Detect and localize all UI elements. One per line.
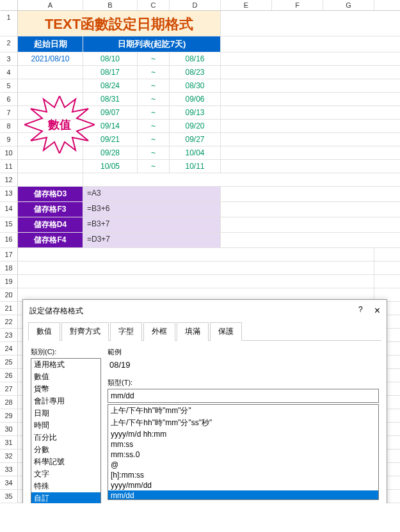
date-cell[interactable]: 10/05 xyxy=(83,160,138,173)
date-cell[interactable]: 08/23 xyxy=(170,66,221,79)
category-item[interactable]: 自訂 xyxy=(31,492,100,503)
row-header[interactable]: 13 xyxy=(0,187,18,201)
cell[interactable] xyxy=(18,79,83,92)
row-header[interactable]: 2 xyxy=(0,36,18,52)
page-title[interactable]: TEXT函數設定日期格式 xyxy=(18,11,221,36)
category-item[interactable]: 科學記號 xyxy=(31,456,100,468)
cell[interactable] xyxy=(18,66,83,79)
type-item[interactable]: [h]:mm:ss xyxy=(108,470,378,480)
tilde-cell[interactable]: ~ xyxy=(138,93,170,106)
tilde-cell[interactable]: ~ xyxy=(138,106,170,119)
row-header[interactable]: 6 xyxy=(0,93,18,106)
date-cell[interactable]: 08/31 xyxy=(83,93,138,106)
row-header[interactable]: 23 xyxy=(0,329,18,341)
tab-5[interactable]: 保護 xyxy=(210,322,242,341)
type-list[interactable]: 上午/下午hh"時"mm"分"上午/下午hh"時"mm"分"ss"秒"yyyy/… xyxy=(108,404,379,500)
col-header[interactable]: B xyxy=(83,0,138,10)
col-header[interactable]: F xyxy=(272,0,323,10)
tilde-cell[interactable]: ~ xyxy=(138,160,170,173)
row-header[interactable]: 29 xyxy=(0,409,18,422)
row-header[interactable]: 28 xyxy=(0,396,18,409)
row-header[interactable]: 24 xyxy=(0,342,18,355)
row-header[interactable]: 10 xyxy=(0,146,18,159)
row-header[interactable]: 22 xyxy=(0,315,18,328)
cell[interactable] xyxy=(18,133,83,146)
formula-value[interactable]: =B3+6 xyxy=(83,202,221,217)
category-item[interactable]: 百分比 xyxy=(31,432,100,444)
date-cell[interactable]: 09/07 xyxy=(83,106,138,119)
category-item[interactable]: 通用格式 xyxy=(31,359,100,371)
row-header[interactable]: 12 xyxy=(0,173,18,186)
cell[interactable] xyxy=(18,120,83,132)
row-header[interactable]: 32 xyxy=(0,450,18,462)
col-header[interactable]: D xyxy=(170,0,221,10)
category-item[interactable]: 數值 xyxy=(31,371,100,383)
row-header[interactable]: 27 xyxy=(0,382,18,395)
date-cell[interactable]: 08/17 xyxy=(83,66,138,79)
category-item[interactable]: 時間 xyxy=(31,419,100,432)
row-header[interactable]: 9 xyxy=(0,133,18,146)
tab-1[interactable]: 對齊方式 xyxy=(61,322,109,341)
date-cell[interactable]: 09/27 xyxy=(170,133,221,146)
type-item[interactable]: @ xyxy=(108,460,378,470)
type-item[interactable]: 上午/下午hh"時"mm"分" xyxy=(108,405,378,417)
tab-0[interactable]: 數值 xyxy=(28,322,60,341)
row-header[interactable]: 4 xyxy=(0,66,18,79)
date-cell[interactable]: 10/11 xyxy=(170,160,221,173)
tilde-cell[interactable]: ~ xyxy=(138,133,170,146)
row-header[interactable]: 5 xyxy=(0,79,18,92)
row-header[interactable]: 17 xyxy=(0,248,18,261)
row-header[interactable]: 31 xyxy=(0,436,18,449)
tilde-cell[interactable]: ~ xyxy=(138,120,170,132)
tilde-cell[interactable]: ~ xyxy=(138,146,170,159)
category-item[interactable]: 貨幣 xyxy=(31,383,100,395)
date-cell[interactable]: 09/13 xyxy=(170,106,221,119)
row-header[interactable]: 11 xyxy=(0,160,18,173)
type-item[interactable]: mm:ss.0 xyxy=(108,450,378,460)
type-item[interactable]: mm:ss xyxy=(108,439,378,450)
row-header[interactable]: 30 xyxy=(0,423,18,435)
category-item[interactable]: 文字 xyxy=(31,468,100,480)
formula-label[interactable]: 儲存格D4 xyxy=(18,217,83,232)
tilde-cell[interactable]: ~ xyxy=(138,79,170,92)
row-header[interactable]: 16 xyxy=(0,233,18,247)
col-header[interactable]: C xyxy=(138,0,170,10)
type-item[interactable]: yyyy/mm/dd xyxy=(108,480,378,490)
row-header[interactable]: 35 xyxy=(0,490,18,503)
date-cell[interactable]: 08/10 xyxy=(83,52,138,65)
formula-label[interactable]: 儲存格F3 xyxy=(18,202,83,217)
row-header[interactable]: 26 xyxy=(0,369,18,382)
close-icon[interactable]: × xyxy=(374,305,380,317)
type-input[interactable] xyxy=(108,389,379,403)
tilde-cell[interactable]: ~ xyxy=(138,66,170,79)
row-header[interactable]: 21 xyxy=(0,302,18,315)
col-header[interactable]: E xyxy=(221,0,272,10)
date-cell[interactable]: 09/20 xyxy=(170,120,221,132)
tab-3[interactable]: 外框 xyxy=(143,322,175,341)
date-cell[interactable]: 09/28 xyxy=(83,146,138,159)
header-date-list[interactable]: 日期列表(起訖7天) xyxy=(83,36,221,52)
tilde-cell[interactable]: ~ xyxy=(138,52,170,65)
row-header[interactable]: 20 xyxy=(0,288,18,301)
category-item[interactable]: 特殊 xyxy=(31,480,100,492)
tab-2[interactable]: 字型 xyxy=(110,322,142,341)
formula-value[interactable]: =D3+7 xyxy=(83,233,221,247)
date-cell[interactable]: 09/21 xyxy=(83,133,138,146)
cell[interactable] xyxy=(18,106,83,119)
row-header[interactable]: 1 xyxy=(0,11,18,36)
corner-cell[interactable] xyxy=(0,0,18,10)
category-item[interactable]: 會計專用 xyxy=(31,395,100,407)
cell[interactable]: 2021/08/10 xyxy=(18,52,83,65)
date-cell[interactable]: 09/14 xyxy=(83,120,138,132)
header-start-date[interactable]: 起始日期 xyxy=(18,36,83,52)
col-header[interactable]: A xyxy=(18,0,83,10)
row-header[interactable]: 25 xyxy=(0,356,18,368)
row-header[interactable]: 7 xyxy=(0,106,18,119)
cell[interactable] xyxy=(18,146,83,159)
formula-value[interactable]: =A3 xyxy=(83,187,221,201)
row-header[interactable]: 3 xyxy=(0,52,18,65)
formula-value[interactable]: =B3+7 xyxy=(83,217,221,232)
cell[interactable] xyxy=(18,93,83,106)
row-header[interactable]: 34 xyxy=(0,476,18,489)
category-item[interactable]: 分數 xyxy=(31,444,100,456)
